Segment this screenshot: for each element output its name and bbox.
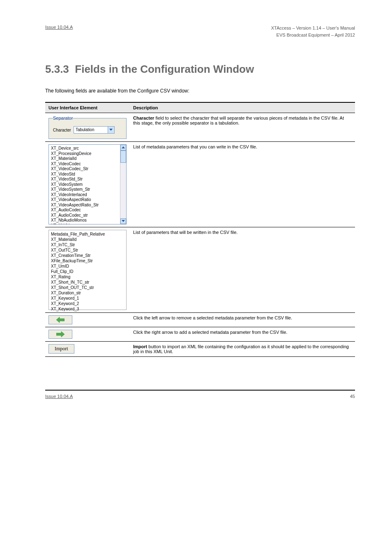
list-item[interactable]: XT_VideoSystem_Str — [51, 187, 118, 192]
config-fields-table: User Interface Element Description Separ… — [45, 102, 355, 357]
add-metadata-button[interactable] — [48, 330, 72, 339]
header-title: XTAccess – Version 1.14 – User's Manual — [271, 25, 355, 32]
separator-fieldset: Separator Character Tabulation — [48, 116, 127, 139]
import-desc-body: button to import an XML file containing … — [133, 344, 349, 354]
list-item[interactable]: XT_VideoStd — [51, 172, 118, 177]
intro-text: The following fields are available from … — [45, 88, 355, 94]
separator-desc-body: field to select the character that will … — [133, 116, 344, 125]
section-title-text: Fields in the Configuration Window — [75, 63, 254, 75]
col-header-ui: User Interface Element — [45, 102, 130, 113]
footer-issue: Issue 10.04.A — [45, 394, 73, 399]
source-list-content: XT_Device_srcXT_ProcessingDeviceXT_Mater… — [49, 145, 120, 224]
list-item[interactable]: XT_Duration_str — [51, 290, 124, 296]
right-arrow-desc: Click the right arrow to add a selected … — [130, 327, 355, 342]
left-arrow-desc: Click the left arrow to remove a selecte… — [130, 313, 355, 327]
section-heading: 5.3.3 Fields in the Configuration Window — [45, 63, 355, 76]
scroll-up-icon[interactable] — [120, 145, 126, 150]
header-doc-info: XTAccess – Version 1.14 – User's Manual … — [271, 25, 355, 38]
scroll-track[interactable] — [120, 150, 126, 218]
table-row: Click the right arrow to add a selected … — [45, 327, 355, 342]
separator-legend: Separator — [53, 116, 73, 120]
list-item[interactable]: XT_VideoCodec — [51, 162, 118, 167]
header-issue: Issue 10.04.A — [45, 25, 73, 38]
arrow-right-icon — [56, 331, 65, 337]
import-desc-bold: Import — [133, 344, 147, 349]
scroll-thumb[interactable] — [120, 150, 126, 163]
list-item[interactable]: XT_Keyword_1 — [51, 296, 124, 301]
import-desc: Import button to import an XML file cont… — [130, 342, 355, 357]
list-item[interactable]: XT_Short_IN_TC_str — [51, 280, 124, 285]
list-item[interactable]: XT_OutTC_Str — [51, 247, 124, 253]
source-list-desc: List of metadata parameters that you can… — [130, 142, 355, 227]
selected-metadata-listbox[interactable]: Metadata_File_Path_RelativeXT_MaterialId… — [48, 230, 127, 310]
separator-dropdown[interactable]: Tabulation — [74, 126, 115, 134]
scrollbar[interactable] — [120, 145, 126, 224]
table-row: XT_Device_srcXT_ProcessingDeviceXT_Mater… — [45, 142, 355, 227]
list-item[interactable]: XT_VideoCodec_Str — [51, 166, 118, 172]
list-item[interactable]: XT_NbAudioMonos — [51, 218, 118, 223]
list-item[interactable]: XT_MaterialId — [51, 237, 124, 242]
list-item[interactable]: XFile_BackupTime_Str — [51, 258, 124, 264]
selected-list-desc: List of parameters that will be written … — [130, 227, 355, 313]
list-item[interactable]: XT_ProcessingDevice — [51, 151, 118, 157]
arrow-left-icon — [56, 317, 65, 323]
list-item[interactable]: XT_Keyword_3 — [51, 306, 124, 312]
separator-label: Character — [53, 128, 71, 132]
list-item[interactable]: XT_AudioCodec_str — [51, 213, 118, 218]
list-item[interactable]: XT_MaterialId — [51, 156, 118, 162]
list-item[interactable]: XT_VideoAspectRatio_Str — [51, 203, 118, 208]
list-item[interactable]: XT_VideoAspectRatio — [51, 197, 118, 203]
source-metadata-listbox[interactable]: XT_Device_srcXT_ProcessingDeviceXT_Mater… — [48, 144, 127, 224]
list-item[interactable]: XT_Keyword_2 — [51, 301, 124, 306]
scroll-down-icon[interactable] — [120, 218, 126, 224]
separator-value: Tabulation — [74, 127, 108, 133]
footer-page-number: 45 — [350, 394, 355, 399]
list-item[interactable]: XT_VideoSystem — [51, 182, 118, 187]
list-item[interactable]: XT_UmID — [51, 264, 124, 269]
table-row: Separator Character Tabulation Ch — [45, 113, 355, 142]
list-item[interactable]: XT_VideoStd_Str — [51, 177, 118, 182]
table-row: Metadata_File_Path_RelativeXT_MaterialId… — [45, 227, 355, 313]
separator-desc-label: Character — [133, 116, 154, 120]
list-item[interactable]: XT_AudioCodec — [51, 208, 118, 213]
list-item[interactable]: XT_CreationTime_Str — [51, 253, 124, 258]
table-row: Import Import button to import an XML fi… — [45, 342, 355, 357]
import-button[interactable]: Import — [48, 344, 74, 354]
separator-desc: Character field to select the character … — [130, 113, 355, 142]
remove-metadata-button[interactable] — [48, 315, 72, 324]
list-item[interactable]: Metadata_File_Path_Relative — [51, 231, 124, 237]
header-company: EVS Broadcast Equipment – April 2012 — [271, 32, 355, 39]
table-row: Click the left arrow to remove a selecte… — [45, 313, 355, 327]
list-item[interactable]: XT_Short_OUT_TC_str — [51, 285, 124, 290]
list-item[interactable]: Full_Clip_ID — [51, 269, 124, 274]
section-number: 5.3.3 — [45, 63, 69, 75]
list-item[interactable]: XT_Device_src — [51, 146, 118, 151]
list-item[interactable]: XT_InTC_Str — [51, 242, 124, 247]
chevron-down-icon[interactable] — [108, 127, 114, 133]
list-item[interactable]: XT_NbVideos — [51, 223, 118, 224]
list-item[interactable]: XT_Rating — [51, 274, 124, 280]
col-header-desc: Description — [130, 102, 355, 113]
list-item[interactable]: XT_VideoInterlaced — [51, 192, 118, 198]
